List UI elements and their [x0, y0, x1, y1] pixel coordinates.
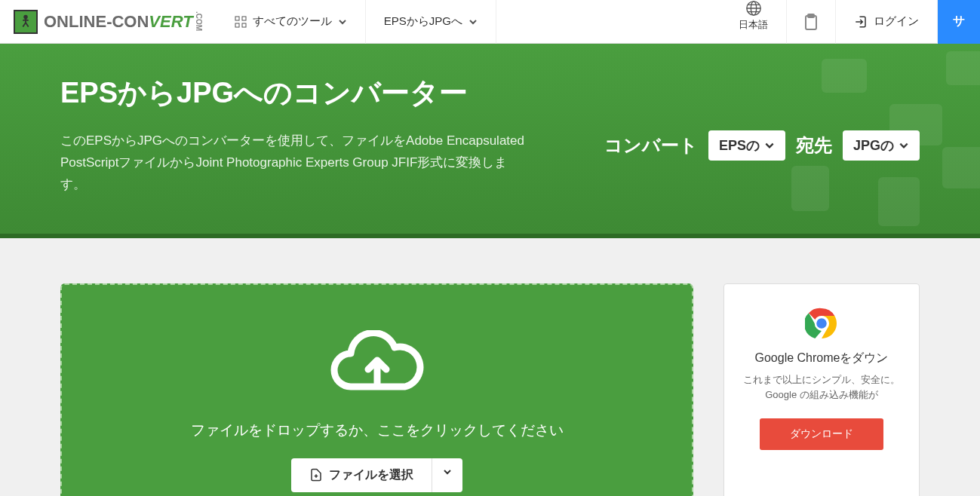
nav-login-label: ログイン	[874, 14, 919, 29]
convert-selector: コンバート EPSの 宛先 JPGの	[604, 130, 920, 161]
chevron-down-icon	[899, 140, 909, 151]
ad-button-label: ダウンロード	[790, 427, 853, 439]
ad-panel: Google Chromeをダウン これまで以上にシンプル、安全に。Google…	[723, 283, 920, 496]
ad-subtitle: これまで以上にシンプル、安全に。Google の組み込み機能が	[739, 372, 904, 404]
signup-button[interactable]: サ	[938, 0, 980, 44]
globe-icon	[745, 0, 762, 17]
login-icon	[854, 15, 868, 29]
chrome-logo-icon	[805, 307, 838, 340]
logo-text-2: -CON	[106, 12, 149, 32]
chevron-down-icon	[468, 17, 478, 26]
logo-text-3: VERT	[149, 12, 192, 32]
nav-language[interactable]: 日本語	[720, 0, 787, 44]
file-select-dropdown[interactable]	[432, 458, 462, 492]
logo[interactable]: ONLINE-CONVERT.COM	[0, 10, 217, 34]
cloud-upload-icon	[92, 330, 662, 406]
dropzone[interactable]: ファイルをドロップするか、ここをクリックしてください ファイルを選択	[60, 283, 693, 496]
nav-all-tools[interactable]: すべてのツール	[217, 0, 366, 44]
logo-text-1: ONLINE	[44, 12, 106, 32]
nav-clipboard[interactable]	[787, 0, 836, 44]
clipboard-icon	[802, 13, 820, 31]
svg-rect-4	[242, 23, 246, 27]
file-select-label: ファイルを選択	[329, 467, 413, 483]
signup-button-label: サ	[953, 14, 965, 29]
nav-language-label: 日本語	[739, 18, 768, 32]
page-title: EPSからJPGへのコンバーター	[60, 74, 920, 112]
svg-rect-3	[235, 23, 239, 27]
to-format-button[interactable]: JPGの	[843, 130, 920, 161]
hero: EPSからJPGへのコンバーター このEPSからJPGへのコンバーターを使用して…	[0, 44, 980, 234]
to-format-label: JPGの	[853, 136, 894, 155]
svg-point-0	[24, 15, 27, 18]
hero-row: このEPSからJPGへのコンバーターを使用して、ファイルをAdobe Encap…	[60, 130, 920, 196]
chevron-down-icon	[764, 140, 775, 151]
ad-download-button[interactable]: ダウンロード	[760, 418, 883, 450]
logo-suffix: .COM	[195, 11, 203, 31]
ad-title: Google Chromeをダウン	[739, 351, 904, 366]
hero-description: このEPSからJPGへのコンバーターを使用して、ファイルをAdobe Encap…	[60, 130, 528, 196]
file-select-button[interactable]: ファイルを選択	[291, 458, 432, 492]
convert-label: コンバート	[604, 133, 698, 158]
grid-icon	[235, 16, 247, 28]
main: ファイルをドロップするか、ここをクリックしてください ファイルを選択 Googl…	[0, 238, 980, 496]
svg-rect-2	[242, 17, 246, 20]
nav-login[interactable]: ログイン	[836, 0, 938, 44]
file-select-group: ファイルを選択	[291, 458, 462, 492]
header: ONLINE-CONVERT.COM すべてのツール EPSからJPGへ 日本語…	[0, 0, 980, 44]
svg-rect-1	[235, 17, 239, 20]
to-label: 宛先	[796, 133, 832, 158]
nav-conversion-label: EPSからJPGへ	[384, 14, 462, 29]
from-format-button[interactable]: EPSの	[708, 130, 785, 161]
logo-icon	[14, 10, 38, 34]
chevron-down-icon	[338, 17, 347, 26]
dropzone-text: ファイルをドロップするか、ここをクリックしてください	[92, 421, 662, 440]
file-add-icon	[309, 468, 323, 482]
chevron-down-icon	[443, 467, 452, 476]
from-format-label: EPSの	[719, 136, 760, 155]
nav-all-tools-label: すべてのツール	[253, 14, 332, 29]
nav-conversion[interactable]: EPSからJPGへ	[366, 0, 496, 44]
